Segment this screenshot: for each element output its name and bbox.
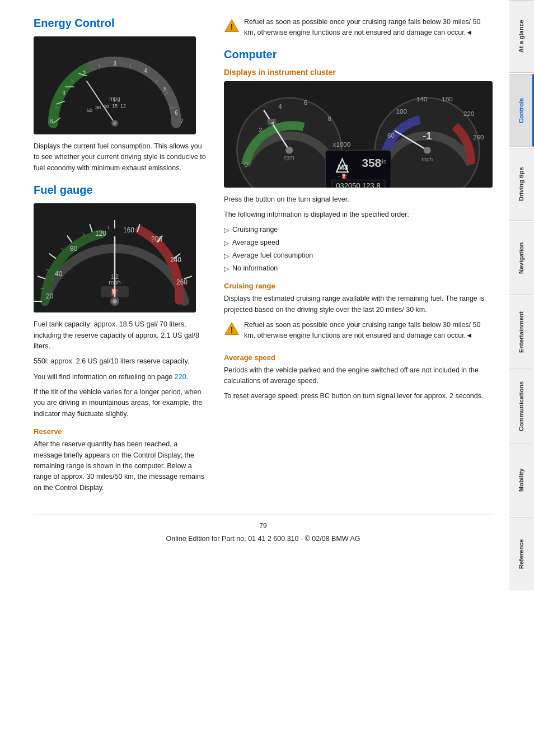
- svg-text:40: 40: [55, 270, 63, 278]
- svg-text:→⛽: →⛽: [336, 172, 348, 179]
- svg-text:!: !: [231, 22, 233, 31]
- displays-text: Press the button on the turn signal leve…: [224, 194, 493, 205]
- average-speed-para2: To reset average speed: press BC button …: [224, 391, 493, 402]
- fuel-gauge-para1: Fuel tank capacity: approx. 18.5 US gal/…: [34, 319, 207, 352]
- svg-point-26: [113, 122, 116, 125]
- svg-text:240: 240: [170, 256, 181, 264]
- bullet-arrow-icon: ▷: [224, 238, 229, 248]
- svg-text:x1000: x1000: [333, 140, 351, 147]
- svg-text:mph: mph: [421, 156, 433, 162]
- fuel-gauge-para3: You will find information on refueling o…: [34, 372, 207, 382]
- sidebar-tab-controls[interactable]: Controls: [509, 74, 534, 147]
- svg-text:8: 8: [328, 115, 331, 122]
- bullet-item-1: ▷ Cruising range: [224, 225, 493, 235]
- bullet-arrow-icon: ▷: [224, 264, 229, 274]
- svg-text:15: 15: [112, 103, 118, 109]
- computer-title: Computer: [224, 48, 493, 61]
- svg-text:6: 6: [304, 98, 307, 105]
- order-text: The following information is displayed i…: [224, 209, 493, 220]
- sidebar-tab-mobility[interactable]: Mobility: [509, 444, 534, 516]
- warning-box-2: ! Refuel as soon as possible once your c…: [224, 320, 493, 346]
- svg-text:180: 180: [442, 95, 453, 102]
- svg-text:5: 5: [163, 86, 167, 92]
- average-speed-para1: Periods with the vehicle parked and the …: [224, 365, 493, 387]
- svg-text:4: 4: [144, 68, 147, 74]
- svg-text:100: 100: [396, 108, 407, 115]
- bullet-label-1: Cruising range: [232, 225, 278, 235]
- bullet-label-2: Average speed: [232, 237, 279, 248]
- svg-point-90: [424, 146, 431, 153]
- svg-text:50: 50: [87, 108, 92, 113]
- fuel-gauge-para2: 550i: approx. 2.6 US gal/10 liters reser…: [34, 356, 207, 367]
- bullet-arrow-icon: ▷: [224, 251, 229, 261]
- svg-text:2: 2: [259, 125, 262, 133]
- svg-text:120: 120: [95, 230, 106, 237]
- bullet-item-3: ▷ Average fuel consumption: [224, 250, 493, 261]
- svg-text:260: 260: [473, 133, 484, 140]
- bullet-label-4: No information: [232, 263, 278, 274]
- bullet-label-3: Average fuel consumption: [232, 250, 313, 261]
- sidebar-tab-at-a-glance[interactable]: At a glance: [509, 0, 534, 73]
- sidebar-tab-navigation[interactable]: Navigation: [509, 222, 534, 295]
- sidebar-tab-driving-tips[interactable]: Driving tips: [509, 148, 534, 221]
- sidebar-tab-communications[interactable]: Communications: [509, 370, 534, 442]
- page-footer: 79 Online Edition for Part no. 01 41 2 6…: [34, 515, 493, 544]
- right-column: ! Refuel as soon as possible once your c…: [224, 17, 493, 498]
- reserve-title: Reserve: [34, 427, 207, 436]
- warning-triangle-icon: !: [224, 18, 240, 34]
- svg-text:7: 7: [180, 118, 184, 124]
- displays-title: Displays in instrument cluster: [224, 68, 493, 77]
- svg-text:200: 200: [151, 235, 162, 243]
- svg-line-68: [108, 226, 109, 230]
- fuel-gauge-image: 20 40 80 120 160 200 240 260 mph ⛽ 1/2: [34, 203, 196, 312]
- sidebar-tab-reference[interactable]: Reference: [509, 517, 534, 590]
- page-number: 79: [34, 521, 493, 531]
- bullet-item-4: ▷ No information: [224, 263, 493, 274]
- bullet-arrow-icon: ▷: [224, 225, 229, 235]
- sidebar-tab-entertainment[interactable]: Entertainment: [509, 296, 534, 368]
- svg-text:mpg: mpg: [109, 96, 120, 102]
- page-link-220[interactable]: 220: [175, 373, 186, 381]
- sidebar: At a glance Controls Driving tips Naviga…: [509, 0, 534, 756]
- warning-text-2: Refuel as soon as possible once your cru…: [244, 320, 493, 341]
- svg-text:0: 0: [244, 161, 248, 168]
- svg-text:12: 12: [120, 103, 126, 109]
- svg-text:60: 60: [387, 132, 395, 139]
- two-column-layout: Energy Control: [34, 17, 493, 498]
- main-content: Energy Control: [0, 0, 509, 756]
- svg-text:4: 4: [278, 102, 282, 110]
- svg-text:◀: ◀: [270, 120, 274, 125]
- reserve-text: After the reserve quantity has been reac…: [34, 439, 207, 493]
- svg-text:M3: M3: [338, 163, 348, 171]
- bullet-item-2: ▷ Average speed: [224, 237, 493, 248]
- svg-text:140: 140: [416, 95, 428, 102]
- svg-point-78: [285, 146, 293, 153]
- svg-text:-1: -1: [423, 130, 432, 141]
- footer-copyright: Online Edition for Part no. 01 41 2 600 …: [34, 534, 493, 544]
- svg-text:mls: mls: [376, 157, 386, 164]
- svg-text:30: 30: [95, 105, 101, 110]
- fuel-gauge-title: Fuel gauge: [34, 184, 207, 197]
- average-speed-title: Average speed: [224, 353, 493, 362]
- svg-text:80: 80: [70, 245, 78, 253]
- svg-text:032050  123.8: 032050 123.8: [336, 181, 380, 187]
- bullet-list: ▷ Cruising range ▷ Average speed ▷ Avera…: [224, 225, 493, 274]
- energy-control-description: Displays the current fuel consumption. T…: [34, 141, 207, 174]
- svg-text:rpm: rpm: [284, 155, 294, 161]
- svg-text:2: 2: [82, 71, 86, 77]
- svg-text:.8: .8: [48, 118, 53, 124]
- cruising-range-title: Cruising range: [224, 282, 493, 290]
- warning-triangle-icon-2: !: [224, 321, 240, 337]
- left-column: Energy Control: [34, 17, 207, 498]
- energy-control-gauge-image: .8 1 2 3 4 5 6 7 mpg 50 30 20 15 12: [34, 36, 196, 134]
- warning-text-1: Refuel as soon as possible once your cru…: [244, 17, 493, 38]
- fuel-gauge-para4: If the tilt of the vehicle varies for a …: [34, 387, 207, 419]
- svg-point-63: [113, 299, 117, 304]
- svg-text:160: 160: [123, 226, 134, 234]
- computer-section: Computer Displays in instrument cluster: [224, 48, 493, 402]
- warning-box-1: ! Refuel as soon as possible once your c…: [224, 17, 493, 43]
- cruising-text: Displays the estimated cruising range av…: [224, 293, 493, 315]
- svg-text:220: 220: [463, 110, 475, 117]
- energy-control-title: Energy Control: [34, 17, 207, 30]
- svg-text:6: 6: [175, 110, 178, 116]
